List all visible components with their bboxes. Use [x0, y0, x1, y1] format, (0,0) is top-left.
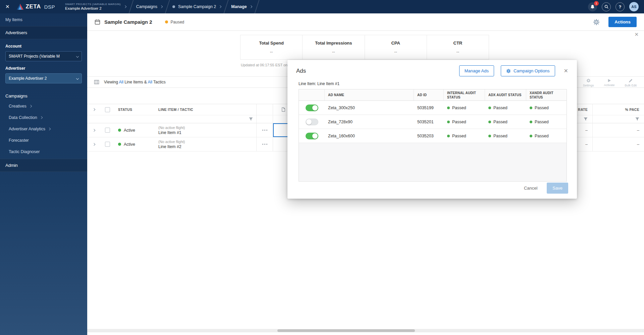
notifications-button[interactable]: 1 — [588, 2, 597, 11]
stat-label: Total Spend — [259, 41, 283, 46]
passed-status-dot — [447, 107, 450, 109]
sidebar-item-tactic-diagnoser[interactable]: Tactic Diagnoser — [0, 146, 87, 157]
campaign-stats: Total Spend -- Total Impressions -- CPA … — [240, 35, 489, 60]
page-header: Sample Campaign 2 Paused Actions — [87, 13, 644, 31]
passed-status-dot — [488, 135, 491, 137]
select-all-checkbox[interactable] — [105, 107, 110, 112]
stat-total-impressions: Total Impressions -- — [303, 35, 365, 59]
settings-gear-button[interactable] — [593, 19, 600, 25]
breadcrumb-account[interactable]: SMART PROJECTS (VARIABLE MARGIN) Example… — [65, 3, 121, 11]
modal-footer: Cancel Save — [524, 183, 568, 194]
all-tactics-link[interactable]: All — [148, 80, 152, 84]
ads-table: AD NAME AD ID INTERNAL AUDIT STATUS ADX … — [299, 89, 567, 182]
status-text: Passed — [452, 106, 466, 110]
avatar[interactable]: AS — [629, 2, 639, 11]
ad-enabled-toggle[interactable] — [306, 105, 318, 111]
horizontal-scrollbar[interactable] — [87, 329, 644, 332]
breadcrumb-campaigns-label: Campaigns — [136, 4, 157, 9]
activate-button[interactable]: Activate — [604, 79, 614, 87]
sidebar-item-admin[interactable]: Admin — [0, 159, 87, 172]
help-button[interactable]: ? — [615, 2, 625, 11]
expand-row-button[interactable] — [87, 123, 101, 137]
chevron-right-icon[interactable] — [93, 108, 95, 111]
breadcrumb-manage[interactable]: Manage — [231, 4, 252, 9]
search-button[interactable] — [602, 2, 611, 11]
sidebar-item-my-items[interactable]: My Items — [0, 13, 87, 26]
toggle-column-header — [299, 89, 325, 100]
activate-label: Activate — [604, 83, 614, 87]
viewing-suffix: Tactics — [153, 80, 166, 84]
line-item-column-header[interactable]: LINE ITEM / TACTIC — [156, 108, 256, 112]
sidebar-item-forecaster[interactable]: Forecaster — [0, 135, 87, 146]
zeta-logo[interactable]: ZETA DSP — [16, 3, 55, 10]
breadcrumb-campaign[interactable]: Sample Campaign 2 — [172, 4, 221, 9]
breadcrumb-divider — [165, 0, 170, 13]
expand-row-button[interactable] — [87, 137, 101, 151]
document-icon — [281, 107, 285, 112]
ad-row: Zeta_300x250 5035199 Passed Passed Passe… — [299, 101, 567, 115]
status-text: Passed — [452, 120, 466, 124]
scrollbar-thumb[interactable] — [277, 329, 415, 332]
modal-header: Ads Manage Ads Campaign Options ✕ — [287, 60, 577, 76]
actions-button[interactable]: Actions — [608, 17, 637, 27]
ad-enabled-toggle[interactable] — [306, 119, 318, 125]
viewing-summary: Viewing All Line Items & All Tactics — [104, 80, 166, 84]
save-button[interactable]: Save — [547, 183, 568, 194]
status-text: Passed — [493, 134, 507, 138]
breadcrumb-campaigns[interactable]: Campaigns — [136, 4, 162, 9]
internal-audit-column-header[interactable]: INTERNAL AUDIT STATUS — [444, 89, 485, 100]
chevron-right-icon — [219, 5, 221, 8]
play-icon — [607, 79, 611, 82]
row-checkbox[interactable] — [105, 128, 110, 133]
advertiser-select[interactable]: Example Advertiser 2 — [5, 73, 82, 83]
breadcrumb-divider — [224, 0, 229, 13]
viewing-mid: Line Items & — [124, 80, 147, 84]
chevron-right-icon — [124, 5, 126, 8]
campaign-options-button[interactable]: Campaign Options — [501, 65, 555, 76]
breadcrumb-campaign-label: Sample Campaign 2 — [178, 4, 216, 9]
xandr-audit-status: Passed — [526, 120, 567, 124]
ad-name-column-header[interactable]: AD NAME — [325, 89, 414, 100]
ad-id: 5035203 — [414, 134, 444, 138]
filter-icon[interactable] — [635, 117, 639, 121]
sidebar: My Items Advertisers Account SMART Proje… — [0, 13, 87, 335]
bulk-edit-button[interactable]: Bulk Edit — [625, 79, 637, 87]
ad-id-column-header[interactable]: AD ID — [414, 89, 444, 100]
filter-icon[interactable] — [584, 117, 588, 121]
stat-label: CTR — [453, 41, 463, 46]
row-menu-button[interactable] — [256, 137, 273, 151]
filter-icon[interactable] — [249, 117, 253, 121]
sidebar-item-creatives[interactable]: Creatives — [0, 100, 87, 112]
pace-column-header[interactable]: % PACE — [592, 104, 644, 115]
active-status-dot — [118, 129, 121, 132]
ad-enabled-toggle[interactable] — [306, 133, 318, 139]
chevron-right-icon — [93, 143, 95, 145]
close-icon[interactable]: ✕ — [5, 4, 10, 10]
xandr-audit-column-header[interactable]: XANDR AUDIT STATUS — [526, 89, 567, 100]
row-menu-button[interactable] — [256, 123, 273, 137]
sidebar-item-label: Data Collection — [9, 115, 37, 120]
line-item-cell[interactable]: (No active flight) Line Item #2 — [156, 140, 256, 149]
close-icon[interactable]: ✕ — [634, 31, 639, 38]
account-select[interactable]: SMART Projects (Variable M — [5, 51, 82, 61]
modal-line-item-label: Line Item: Line Item #1 — [287, 76, 577, 89]
line-item-cell[interactable]: (No active flight) Line Item #1 — [156, 126, 256, 135]
manage-ads-button[interactable]: Manage Ads — [459, 65, 494, 76]
status-cell: Active — [114, 128, 156, 133]
close-icon[interactable]: ✕ — [564, 68, 568, 74]
sidebar-item-campaigns[interactable]: Campaigns — [0, 88, 87, 100]
search-icon — [604, 4, 609, 9]
row-checkbox[interactable] — [105, 142, 110, 147]
all-line-items-link[interactable]: All — [119, 80, 123, 84]
sidebar-item-data-collection[interactable]: Data Collection — [0, 112, 87, 123]
columns-icon[interactable] — [94, 79, 99, 85]
status-column-header[interactable]: STATUS — [114, 108, 156, 112]
stat-label: Total Impressions — [315, 41, 352, 46]
cancel-button[interactable]: Cancel — [524, 186, 537, 191]
sidebar-item-advertiser-analytics[interactable]: Advertiser Analytics — [0, 123, 87, 135]
settings-button[interactable]: Settings — [583, 78, 594, 87]
sidebar-item-advertisers[interactable]: Advertisers — [0, 26, 87, 39]
adx-audit-column-header[interactable]: ADX AUDIT STATUS — [485, 89, 526, 100]
ad-row: Zeta_160x600 5035203 Passed Passed Passe… — [299, 129, 567, 143]
advertiser-select-value: Example Advertiser 2 — [9, 76, 47, 81]
